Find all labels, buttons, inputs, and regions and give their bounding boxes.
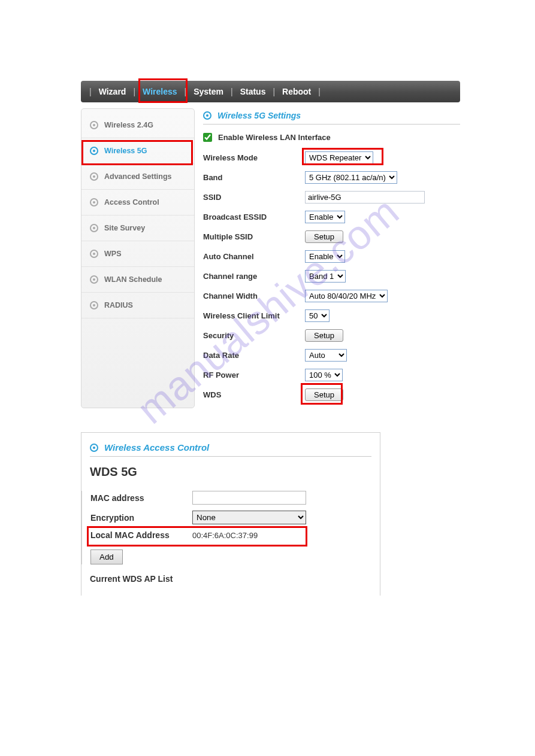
sidebar-item-label: RADIUS	[104, 301, 133, 309]
label-auto-channel: Auto Channel	[203, 252, 305, 261]
label-band: Band	[203, 173, 305, 182]
radio-icon	[90, 275, 98, 284]
radio-icon	[90, 250, 98, 258]
wds-ap-list-label: Current WDS AP List	[90, 574, 371, 584]
radio-icon	[203, 111, 211, 120]
radio-icon	[90, 198, 98, 207]
sidebar: Wireless 2.4G Wireless 5G Advanced Setti…	[81, 108, 195, 408]
sidebar-item-wireless-2g[interactable]: Wireless 2.4G	[81, 113, 194, 138]
label-wireless-mode: Wireless Mode	[203, 153, 305, 162]
sidebar-item-radius[interactable]: RADIUS	[81, 293, 194, 318]
radio-icon	[90, 301, 98, 309]
sidebar-item-wps[interactable]: WPS	[81, 241, 194, 267]
mac-address-input[interactable]	[192, 491, 306, 505]
label-channel-range: Channel range	[203, 272, 305, 281]
sidebar-item-label: Site Survey	[104, 224, 145, 232]
panel-title: Wireless 5G Settings	[203, 108, 460, 125]
radio-icon	[90, 172, 98, 181]
data-rate-select[interactable]: Auto	[305, 349, 347, 362]
label-rf-power: RF Power	[203, 371, 305, 379]
wds-panel-title: Wireless Access Control	[90, 440, 371, 457]
channel-width-select[interactable]: Auto 80/40/20 MHz	[305, 290, 388, 302]
sidebar-item-advanced[interactable]: Advanced Settings	[81, 164, 194, 190]
ssid-input[interactable]	[305, 191, 425, 204]
label-client-limit: Wireless Client Limit	[203, 311, 305, 320]
label-security: Security	[203, 331, 305, 340]
wds-setup-button[interactable]: Setup	[305, 388, 343, 401]
sidebar-item-access-control[interactable]: Access Control	[81, 190, 194, 215]
nav-status[interactable]: Status	[238, 87, 268, 96]
enable-wireless-checkbox[interactable]	[203, 133, 212, 142]
wds-heading: WDS 5G	[90, 465, 371, 479]
radio-icon	[90, 224, 98, 232]
label-data-rate: Data Rate	[203, 351, 305, 360]
label-broadcast-essid: Broadcast ESSID	[203, 212, 305, 221]
band-select[interactable]: 5 GHz (802.11 ac/a/n)	[305, 171, 397, 184]
nav-reboot[interactable]: Reboot	[280, 87, 313, 96]
add-button[interactable]: Add	[90, 549, 123, 564]
sidebar-item-label: Access Control	[104, 198, 159, 207]
auto-channel-select[interactable]: Enable	[305, 250, 345, 263]
encryption-select[interactable]: None	[192, 511, 306, 524]
label-wds: WDS	[203, 390, 305, 399]
wireless-mode-select[interactable]: WDS Repeater	[305, 151, 373, 164]
label-mac-address: MAC address	[90, 493, 192, 503]
label-local-mac: Local MAC Address	[90, 530, 192, 540]
label-ssid: SSID	[203, 193, 305, 202]
sidebar-item-label: WPS	[104, 250, 121, 258]
sidebar-item-label: Wireless 5G	[104, 147, 147, 155]
sidebar-item-wireless-5g[interactable]: Wireless 5G	[81, 138, 194, 164]
sidebar-item-site-survey[interactable]: Site Survey	[81, 215, 194, 241]
nav-wizard[interactable]: Wizard	[96, 87, 129, 96]
channel-range-select[interactable]: Band 1	[305, 270, 346, 283]
label-encryption: Encryption	[90, 513, 192, 523]
radio-icon	[90, 444, 98, 452]
sidebar-item-label: WLAN Schedule	[104, 275, 162, 284]
broadcast-essid-select[interactable]: Enable	[305, 211, 345, 223]
nav-wireless[interactable]: Wireless	[140, 87, 179, 96]
wds-panel: Wireless Access Control WDS 5G MAC addre…	[81, 432, 380, 596]
label-multiple-ssid: Multiple SSID	[203, 232, 305, 241]
nav-system[interactable]: System	[191, 87, 226, 96]
client-limit-select[interactable]: 50	[305, 309, 330, 322]
radio-icon	[90, 121, 98, 129]
sidebar-item-wlan-schedule[interactable]: WLAN Schedule	[81, 267, 194, 293]
rf-power-select[interactable]: 100 %	[305, 369, 343, 381]
local-mac-value: 00:4F:6A:0C:37:99	[192, 531, 258, 540]
settings-panel: Wireless 5G Settings Enable Wireless LAN…	[203, 108, 460, 408]
enable-wireless-label: Enable Wireless LAN Interface	[218, 133, 331, 142]
security-setup-button[interactable]: Setup	[305, 329, 343, 342]
radio-icon	[90, 147, 98, 155]
multiple-ssid-setup-button[interactable]: Setup	[305, 230, 343, 243]
sidebar-item-label: Advanced Settings	[104, 172, 172, 181]
sidebar-item-label: Wireless 2.4G	[104, 121, 153, 129]
label-channel-width: Channel Width	[203, 292, 305, 300]
top-nav: | Wizard | Wireless | System | Status | …	[81, 81, 460, 102]
